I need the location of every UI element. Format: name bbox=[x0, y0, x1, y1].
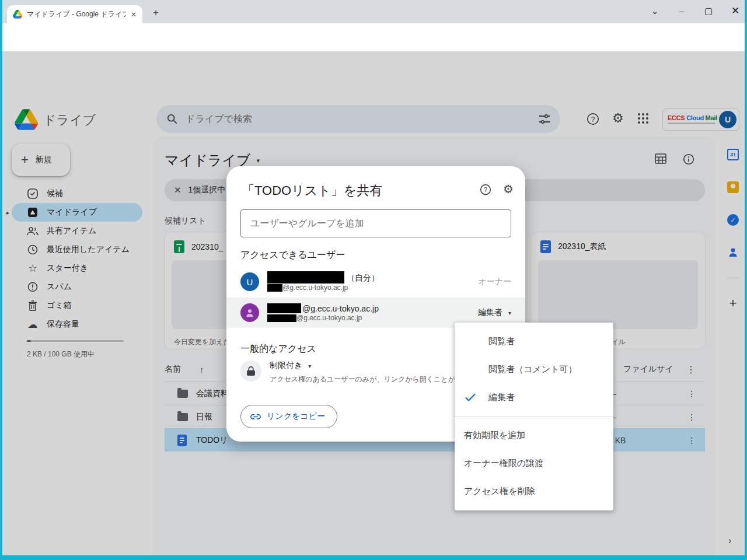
dialog-title: 「TODOリスト」を共有 bbox=[242, 182, 382, 200]
window-minimize-button[interactable]: – bbox=[672, 2, 692, 20]
user-avatar bbox=[240, 303, 259, 322]
window-maximize-button[interactable]: ▢ bbox=[699, 2, 718, 20]
rail-collapse-chevron-icon[interactable]: › bbox=[728, 536, 731, 546]
dialog-help-icon[interactable]: ? bbox=[480, 184, 491, 195]
browser-tab[interactable]: マイドライブ - Google ドライブ ✕ bbox=[7, 5, 142, 23]
people-section-heading: アクセスできるユーザー bbox=[240, 249, 345, 261]
browser-window: マイドライブ - Google ドライブ ✕ + ⌄ – ▢ ✕ ← → ↻ d… bbox=[0, 0, 747, 560]
redacted-name bbox=[267, 271, 344, 284]
menu-item-remove-access[interactable]: アクセス権を削除 bbox=[455, 477, 613, 505]
tab-strip: マイドライブ - Google ドライブ ✕ + ⌄ – ▢ ✕ bbox=[2, 0, 745, 23]
add-people-input[interactable] bbox=[240, 209, 511, 237]
copy-link-button[interactable]: リンクをコピー bbox=[240, 405, 337, 428]
drive-favicon bbox=[13, 10, 22, 19]
svg-text:?: ? bbox=[484, 186, 487, 193]
redacted-email-prefix bbox=[267, 314, 296, 322]
menu-item-editor[interactable]: 編集者 bbox=[455, 383, 613, 411]
redacted-name bbox=[267, 303, 301, 313]
window-menu-icon[interactable]: ⌄ bbox=[645, 2, 665, 20]
role-owner-label: オーナー bbox=[478, 276, 511, 287]
tab-title: マイドライブ - Google ドライブ bbox=[27, 9, 126, 19]
check-icon bbox=[465, 393, 476, 402]
menu-item-commenter[interactable]: 閲覧者（コメント可） bbox=[455, 355, 613, 383]
link-icon bbox=[250, 414, 261, 419]
new-tab-button[interactable]: + bbox=[153, 7, 159, 19]
role-dropdown[interactable]: 編集者▾ bbox=[478, 307, 511, 318]
user-row-owner[interactable]: U （自分） @g.ecc.u-tokyo.ac.jp オーナー bbox=[226, 267, 525, 297]
menu-item-viewer[interactable]: 閲覧者 bbox=[455, 327, 613, 355]
window-close-button[interactable]: ✕ bbox=[725, 2, 745, 20]
restricted-lock-icon bbox=[240, 360, 261, 382]
menu-divider bbox=[455, 416, 613, 416]
redacted-email-prefix bbox=[267, 284, 282, 292]
chevron-down-icon: ▾ bbox=[308, 363, 311, 369]
menu-item-transfer-ownership[interactable]: オーナー権限の譲渡 bbox=[455, 449, 613, 477]
user-avatar: U bbox=[240, 272, 259, 291]
chevron-down-icon: ▾ bbox=[508, 310, 511, 316]
role-menu: 閲覧者 閲覧者（コメント可） 編集者 有効期限を追加 オーナー権限の譲渡 アクセ… bbox=[455, 323, 613, 510]
dialog-settings-icon[interactable]: ⚙ bbox=[503, 182, 514, 196]
tab-close-icon[interactable]: ✕ bbox=[131, 10, 137, 19]
general-access-heading: 一般的なアクセス bbox=[240, 343, 316, 355]
browser-toolbar: ← → ↻ drive.google.com/drive/my-drive ☆ … bbox=[2, 23, 745, 51]
menu-item-add-expiration[interactable]: 有効期限を追加 bbox=[455, 421, 613, 449]
